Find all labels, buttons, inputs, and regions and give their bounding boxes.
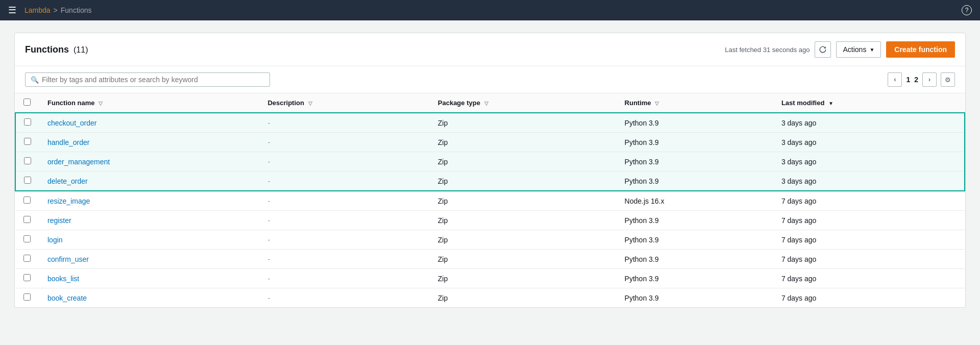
function-package-type: Zip — [430, 171, 617, 191]
function-description: - — [259, 133, 429, 152]
function-name-link[interactable]: resize_image — [47, 197, 90, 205]
function-name-link[interactable]: register — [47, 216, 71, 225]
hamburger-icon[interactable]: ☰ — [8, 5, 16, 16]
function-description: - — [259, 152, 429, 171]
row-checkbox[interactable] — [23, 293, 31, 301]
row-checkbox[interactable] — [24, 118, 31, 126]
table-header-row: Function name ▽ Description ▽ Package ty… — [15, 93, 965, 113]
col-last-modified[interactable]: Last modified ▼ — [773, 93, 965, 113]
table-row: login-ZipPython 3.97 days ago — [15, 230, 965, 250]
sort-icon-runtime: ▽ — [655, 101, 659, 106]
sort-icon-name: ▽ — [99, 101, 103, 106]
pagination-wrap: ‹ 1 2 › ⚙ — [888, 72, 955, 87]
col-description[interactable]: Description ▽ — [259, 93, 429, 113]
function-name-link[interactable]: books_list — [47, 275, 79, 283]
select-all-header — [15, 93, 39, 113]
function-description: - — [259, 230, 429, 250]
row-checkbox[interactable] — [23, 255, 31, 262]
function-last-modified: 7 days ago — [773, 211, 965, 230]
function-package-type: Zip — [430, 288, 617, 308]
function-last-modified: 7 days ago — [773, 269, 965, 288]
row-checkbox[interactable] — [23, 216, 31, 223]
table-row: handle_order-ZipPython 3.93 days ago — [15, 133, 965, 152]
col-package-type[interactable]: Package type ▽ — [430, 93, 617, 113]
table-row: order_management-ZipPython 3.93 days ago — [15, 152, 965, 171]
function-description: - — [259, 288, 429, 308]
function-name-link[interactable]: book_create — [47, 294, 87, 302]
row-checkbox[interactable] — [24, 157, 31, 164]
function-runtime: Python 3.9 — [617, 288, 773, 308]
search-icon: 🔍 — [31, 76, 39, 84]
function-name-link[interactable]: login — [47, 236, 63, 244]
function-package-type: Zip — [430, 269, 617, 288]
page-2[interactable]: 2 — [914, 76, 918, 84]
panel-actions: Last fetched 31 seconds ago Actions ▼ Cr… — [725, 41, 955, 58]
chevron-down-icon: ▼ — [869, 47, 874, 53]
function-package-type: Zip — [430, 211, 617, 230]
row-checkbox[interactable] — [23, 274, 31, 281]
actions-button[interactable]: Actions ▼ — [836, 41, 881, 58]
function-package-type: Zip — [430, 152, 617, 171]
help-icon[interactable]: ? — [962, 5, 972, 15]
table-row: book_create-ZipPython 3.97 days ago — [15, 288, 965, 308]
search-input-wrap[interactable]: 🔍 — [25, 72, 270, 87]
function-runtime: Python 3.9 — [617, 171, 773, 191]
panel-title-group: Functions (11) — [25, 44, 88, 55]
function-package-type: Zip — [430, 191, 617, 211]
row-checkbox[interactable] — [24, 138, 31, 145]
function-last-modified: 7 days ago — [773, 191, 965, 211]
breadcrumb: Lambda > Functions — [24, 6, 91, 14]
table-body: checkout_order-ZipPython 3.93 days agoha… — [15, 113, 965, 307]
function-last-modified: 7 days ago — [773, 230, 965, 250]
row-checkbox[interactable] — [23, 235, 31, 242]
function-last-modified: 3 days ago — [773, 171, 965, 191]
last-fetched-text: Last fetched 31 seconds ago — [725, 46, 810, 54]
function-last-modified: 3 days ago — [773, 113, 965, 133]
table-row: confirm_user-ZipPython 3.97 days ago — [15, 250, 965, 269]
function-description: - — [259, 250, 429, 269]
function-runtime: Node.js 16.x — [617, 191, 773, 211]
col-function-name[interactable]: Function name ▽ — [39, 93, 259, 113]
function-description: - — [259, 211, 429, 230]
sort-icon-package: ▽ — [484, 101, 488, 106]
row-checkbox[interactable] — [24, 177, 31, 184]
function-description: - — [259, 269, 429, 288]
function-name-link[interactable]: handle_order — [47, 138, 90, 146]
settings-icon[interactable]: ⚙ — [941, 72, 955, 87]
functions-table-wrap: Function name ▽ Description ▽ Package ty… — [15, 93, 965, 307]
function-runtime: Python 3.9 — [617, 211, 773, 230]
function-name-link[interactable]: confirm_user — [47, 255, 89, 263]
function-package-type: Zip — [430, 250, 617, 269]
functions-title: Functions — [25, 44, 69, 55]
table-row: books_list-ZipPython 3.97 days ago — [15, 269, 965, 288]
function-description: - — [259, 191, 429, 211]
function-last-modified: 3 days ago — [773, 152, 965, 171]
panel-title: Functions (11) — [25, 44, 88, 55]
function-name-link[interactable]: delete_order — [47, 177, 88, 185]
page-1[interactable]: 1 — [906, 76, 910, 84]
function-name-link[interactable]: checkout_order — [47, 119, 97, 127]
function-runtime: Python 3.9 — [617, 250, 773, 269]
functions-table: Function name ▽ Description ▽ Package ty… — [15, 93, 965, 307]
breadcrumb-functions: Functions — [61, 6, 92, 14]
search-input[interactable] — [42, 76, 264, 84]
next-page-button[interactable]: › — [922, 72, 937, 87]
breadcrumb-lambda[interactable]: Lambda — [24, 6, 51, 14]
function-runtime: Python 3.9 — [617, 152, 773, 171]
row-checkbox[interactable] — [23, 196, 31, 204]
function-name-link[interactable]: order_management — [47, 158, 110, 166]
function-runtime: Python 3.9 — [617, 230, 773, 250]
refresh-button[interactable] — [815, 41, 831, 58]
table-row: checkout_order-ZipPython 3.93 days ago — [15, 113, 965, 133]
search-bar: 🔍 ‹ 1 2 › ⚙ — [15, 66, 965, 93]
sort-icon-modified: ▼ — [828, 101, 834, 106]
table-row: register-ZipPython 3.97 days ago — [15, 211, 965, 230]
col-runtime[interactable]: Runtime ▽ — [617, 93, 773, 113]
create-function-button[interactable]: Create function — [886, 41, 955, 58]
function-description: - — [259, 171, 429, 191]
function-last-modified: 7 days ago — [773, 288, 965, 308]
function-runtime: Python 3.9 — [617, 269, 773, 288]
sort-icon-desc: ▽ — [308, 101, 312, 106]
select-all-checkbox[interactable] — [23, 98, 31, 106]
prev-page-button[interactable]: ‹ — [888, 72, 902, 87]
